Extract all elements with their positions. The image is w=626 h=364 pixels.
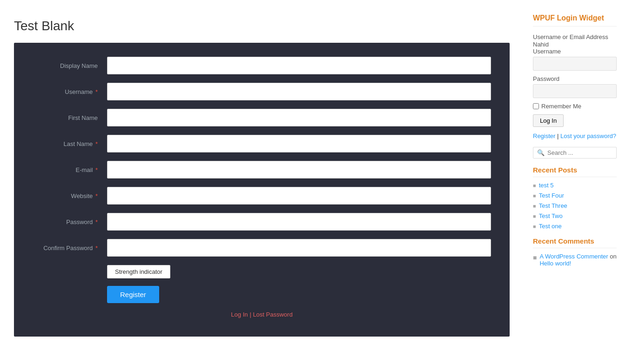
- label-first-name: First Name: [33, 114, 107, 121]
- recent-posts-title: Recent Posts: [533, 166, 617, 177]
- login-username-input[interactable]: [533, 57, 617, 71]
- comment-on: on: [610, 253, 616, 260]
- login-button[interactable]: Log In: [533, 114, 564, 127]
- label-username: Username *: [33, 88, 107, 95]
- form-row-first-name: First Name: [33, 109, 491, 126]
- required-star-email: *: [95, 166, 98, 173]
- register-row: Register: [107, 286, 491, 303]
- form-row-password: Password *: [33, 213, 491, 231]
- form-row-last-name: Last Name *: [33, 135, 491, 152]
- strength-indicator-row: Strength indicator: [107, 265, 491, 278]
- list-item: ■ Test one: [533, 223, 617, 230]
- comment-author-link[interactable]: A WordPress Commenter: [539, 253, 608, 260]
- username-email-label: Username or Email Address Nahid: [533, 33, 608, 48]
- remember-me-label: Remember Me: [541, 103, 581, 110]
- username-label: Username: [533, 48, 617, 55]
- list-item: ■ Test Three: [533, 202, 617, 209]
- form-row-confirm-password: Confirm Password *: [33, 239, 491, 257]
- recent-comments-title: Recent Comments: [533, 237, 617, 248]
- comment-text: A WordPress Commenter on Hello world!: [539, 253, 617, 267]
- input-email[interactable]: [107, 161, 491, 179]
- required-star-website: *: [95, 192, 98, 199]
- search-input[interactable]: [547, 149, 613, 156]
- lost-password-link[interactable]: Lost Password: [253, 311, 292, 318]
- form-row-website: Website *: [33, 187, 491, 205]
- label-confirm-password: Confirm Password *: [33, 245, 107, 251]
- register-link[interactable]: Register: [533, 132, 555, 139]
- search-box: 🔍: [533, 147, 617, 159]
- post-icon: ■: [533, 203, 536, 209]
- form-row-display-name: Display Name: [33, 57, 491, 74]
- recent-post-link-4[interactable]: Test Two: [539, 212, 563, 219]
- list-item: ■ test 5: [533, 182, 617, 189]
- comment-post-link[interactable]: Hello world!: [539, 260, 571, 267]
- post-icon: ■: [533, 183, 536, 188]
- recent-post-link-5[interactable]: Test one: [539, 223, 562, 230]
- input-website[interactable]: [107, 187, 491, 205]
- lost-password-widget-link[interactable]: Lost your password?: [560, 132, 616, 139]
- input-username[interactable]: [107, 83, 491, 100]
- input-display-name[interactable]: [107, 57, 491, 74]
- input-first-name[interactable]: [107, 109, 491, 126]
- label-email: E-mail *: [33, 166, 107, 173]
- remember-me-checkbox[interactable]: [533, 103, 539, 109]
- input-password[interactable]: [107, 213, 491, 231]
- label-password: Password *: [33, 218, 107, 225]
- label-last-name: Last Name *: [33, 140, 107, 147]
- required-star-password: *: [95, 218, 98, 225]
- recent-post-link-3[interactable]: Test Three: [539, 202, 567, 209]
- required-star-confirm-password: *: [95, 245, 98, 251]
- label-website: Website *: [33, 192, 107, 199]
- required-star-last-name: *: [95, 140, 98, 147]
- form-links: Log In | Lost Password: [33, 311, 491, 318]
- widget-title: WPUF Login Widget: [533, 14, 617, 26]
- form-row-email: E-mail *: [33, 161, 491, 179]
- search-icon: 🔍: [537, 149, 545, 156]
- strength-indicator-button: Strength indicator: [107, 265, 170, 278]
- username-email-section: Username or Email Address Nahid: [533, 33, 617, 48]
- login-password-input[interactable]: [533, 84, 617, 98]
- label-display-name: Display Name: [33, 62, 107, 69]
- register-button[interactable]: Register: [107, 286, 159, 303]
- remember-me-row: Remember Me: [533, 103, 617, 110]
- widget-links: Register | Lost your password?: [533, 132, 617, 139]
- post-icon: ■: [533, 193, 536, 199]
- list-item: ■ Test Two: [533, 212, 617, 219]
- comment-icon: ■: [533, 254, 537, 261]
- input-confirm-password[interactable]: [107, 239, 491, 257]
- input-last-name[interactable]: [107, 135, 491, 152]
- required-star-username: *: [95, 88, 98, 95]
- post-icon: ■: [533, 224, 536, 229]
- sidebar: WPUF Login Widget Username or Email Addr…: [524, 9, 626, 346]
- password-label: Password: [533, 75, 617, 82]
- recent-post-link-1[interactable]: test 5: [539, 182, 554, 189]
- registration-form: Display Name Username * First Name Last …: [14, 43, 510, 337]
- recent-posts-list: ■ test 5 ■ Test Four ■ Test Three ■ Test…: [533, 182, 617, 230]
- recent-post-link-2[interactable]: Test Four: [539, 192, 564, 199]
- comment-item: ■ A WordPress Commenter on Hello world!: [533, 253, 617, 267]
- post-icon: ■: [533, 213, 536, 219]
- page-title: Test Blank: [14, 19, 510, 33]
- login-link[interactable]: Log In: [231, 311, 248, 318]
- form-row-username: Username *: [33, 83, 491, 100]
- list-item: ■ Test Four: [533, 192, 617, 199]
